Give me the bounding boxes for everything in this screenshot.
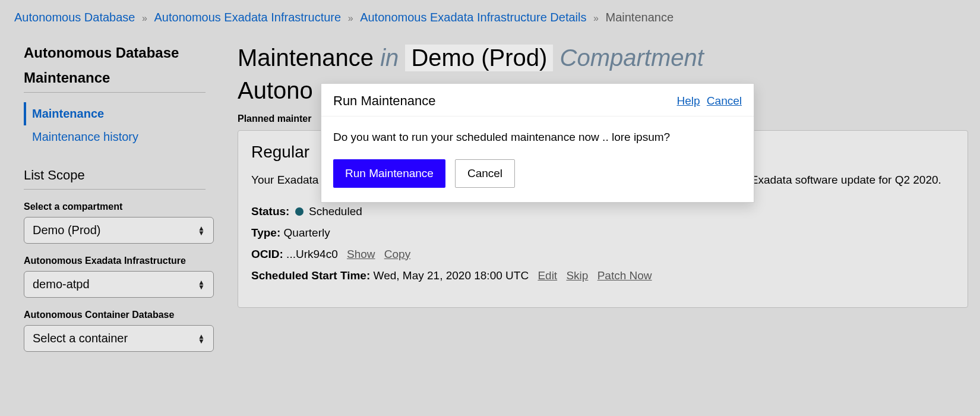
breadcrumb-link-2[interactable]: Autonomous Exadata Infrastructure bbox=[154, 11, 342, 24]
breadcrumb: Autonomous Database » Autonomous Exadata… bbox=[0, 0, 980, 33]
select-value: Select a container bbox=[33, 332, 128, 345]
breadcrumb-sep: » bbox=[138, 13, 151, 23]
sidebar-title-2: Maintenance bbox=[24, 70, 206, 86]
ocid-row: OCID: ...Urk94c0 Show Copy bbox=[251, 248, 954, 261]
dialog-actions: Run Maintenance Cancel bbox=[321, 149, 754, 202]
dialog-header: Run Maintenance Help Cancel bbox=[321, 84, 754, 116]
divider bbox=[24, 92, 206, 93]
page-title-compartment: Compartment bbox=[560, 45, 704, 71]
sidebar-item-maintenance-history[interactable]: Maintenance history bbox=[24, 125, 206, 149]
sidebar-item-maintenance[interactable]: Maintenance bbox=[24, 102, 206, 125]
select-value: demo-atpd bbox=[33, 278, 90, 291]
status-row: Status: Scheduled bbox=[251, 205, 954, 218]
divider bbox=[24, 189, 206, 190]
compartment-label: Select a compartment bbox=[24, 201, 206, 212]
breadcrumb-link-3[interactable]: Autonomous Exadata Infrastructure Detail… bbox=[360, 11, 586, 24]
scheduled-edit-link[interactable]: Edit bbox=[538, 269, 557, 282]
page-title-env: Demo (Prod) bbox=[405, 45, 553, 71]
dialog-header-links: Help Cancel bbox=[673, 94, 742, 108]
ocid-copy-link[interactable]: Copy bbox=[384, 248, 410, 260]
list-scope-title: List Scope bbox=[24, 168, 206, 183]
page-title-in: in bbox=[380, 45, 399, 71]
ocid-value: ...Urk94c0 bbox=[286, 248, 338, 260]
container-select[interactable]: Select a container ▲▼ bbox=[24, 325, 214, 352]
breadcrumb-link-1[interactable]: Autonomous Database bbox=[14, 11, 135, 24]
sidebar-title-1: Autonomous Database bbox=[24, 45, 206, 61]
type-value: Quarterly bbox=[284, 226, 330, 239]
breadcrumb-sep: » bbox=[344, 13, 357, 23]
status-dot-icon bbox=[295, 207, 304, 216]
run-maintenance-button[interactable]: Run Maintenance bbox=[333, 159, 445, 188]
cancel-button[interactable]: Cancel bbox=[455, 159, 515, 188]
sidebar-item-label: Maintenance history bbox=[32, 130, 138, 143]
page-title: Maintenance in Demo (Prod) Compartment bbox=[238, 45, 968, 71]
ocid-show-link[interactable]: Show bbox=[347, 248, 375, 260]
compartment-select[interactable]: Demo (Prod) ▲▼ bbox=[24, 217, 214, 244]
dialog-cancel-link[interactable]: Cancel bbox=[707, 94, 742, 107]
scheduled-row: Scheduled Start Time: Wed, May 21, 2020 … bbox=[251, 269, 954, 282]
sidebar: Autonomous Database Maintenance Maintena… bbox=[24, 45, 220, 352]
infrastructure-label: Autonomous Exadata Infrastructure bbox=[24, 256, 206, 266]
breadcrumb-current: Maintenance bbox=[606, 11, 674, 24]
select-stepper-icon: ▲▼ bbox=[198, 280, 205, 289]
breadcrumb-sep: » bbox=[590, 13, 602, 23]
type-label: Type: bbox=[251, 226, 280, 239]
dialog-help-link[interactable]: Help bbox=[676, 94, 700, 107]
infrastructure-select[interactable]: demo-atpd ▲▼ bbox=[24, 271, 214, 298]
select-value: Demo (Prod) bbox=[33, 223, 100, 237]
scheduled-label: Scheduled Start Time: bbox=[251, 269, 370, 282]
page-title-prefix: Maintenance bbox=[238, 45, 374, 71]
scheduled-value: Wed, May 21, 2020 18:00 UTC bbox=[374, 269, 529, 282]
status-label: Status: bbox=[251, 205, 289, 218]
select-stepper-icon: ▲▼ bbox=[198, 226, 205, 235]
scheduled-skip-link[interactable]: Skip bbox=[566, 269, 588, 282]
run-maintenance-dialog: Run Maintenance Help Cancel Do you want … bbox=[321, 83, 754, 203]
sidebar-item-label: Maintenance bbox=[32, 107, 104, 120]
dialog-body-text: Do you want to run your scheduled mainte… bbox=[321, 116, 754, 149]
container-label: Autonomous Container Database bbox=[24, 310, 206, 320]
dialog-title: Run Maintenance bbox=[333, 93, 435, 109]
select-stepper-icon: ▲▼ bbox=[198, 334, 205, 343]
ocid-label: OCID: bbox=[251, 248, 283, 260]
scheduled-patch-now-link[interactable]: Patch Now bbox=[598, 269, 652, 282]
status-value: Scheduled bbox=[309, 205, 362, 218]
type-row: Type: Quarterly bbox=[251, 226, 954, 239]
